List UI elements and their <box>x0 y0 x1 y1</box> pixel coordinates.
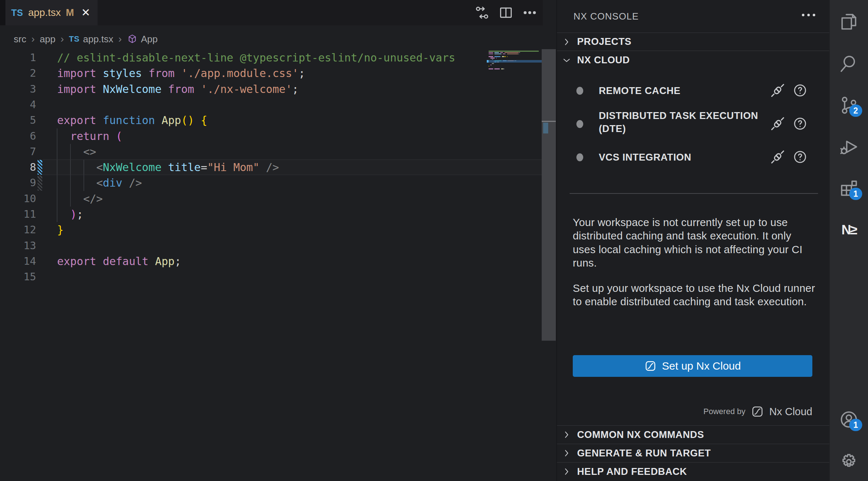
status-bullet <box>576 120 583 128</box>
activity-run-debug[interactable] <box>839 137 859 157</box>
code-line-4[interactable]: 4 <box>0 97 543 112</box>
breadcrumb-item-src[interactable]: src <box>14 34 26 45</box>
question-icon[interactable] <box>792 116 808 131</box>
code-line-14[interactable]: 14export default App; <box>0 254 543 269</box>
section-label: GENERATE & RUN TARGET <box>577 448 711 459</box>
section-help-and-feedback[interactable]: HELP AND FEEDBACK <box>557 462 830 481</box>
activity-search[interactable] <box>839 54 859 74</box>
tab-label: app.tsx <box>28 7 61 18</box>
nx-cloud-logo-icon <box>751 405 764 418</box>
code-line-1[interactable]: 1// eslint-disable-next-line @typescript… <box>0 50 543 65</box>
code-line-9[interactable]: 9 <div /> <box>0 175 543 191</box>
code-text: import styles from './app.module.css'; <box>57 65 305 81</box>
status-bullet <box>576 87 583 95</box>
section-label: NX CLOUD <box>577 55 630 66</box>
powered-by-row: Powered by Nx Cloud <box>704 405 812 418</box>
code-text: return ( <box>57 128 123 144</box>
section-label: COMMON NX COMMANDS <box>577 429 704 440</box>
more-actions-icon[interactable] <box>522 5 538 21</box>
cloud-item-label: DISTRIBUTED TASK EXECUTION (DTE) <box>599 109 772 135</box>
code-text: // eslint-disable-next-line @typescript-… <box>57 50 455 65</box>
minimap-current-line-highlight <box>487 60 544 63</box>
line-number: 12 <box>0 222 36 238</box>
editor-scrollbar[interactable] <box>542 49 556 341</box>
code-line-2[interactable]: 2import styles from './app.module.css'; <box>0 65 543 81</box>
nx-console-panel: NX CONSOLE PROJECTS NX CLOUD REMOTE CACH… <box>557 0 829 481</box>
activity-extensions[interactable]: 1 <box>839 178 859 199</box>
code-text: <div /> <box>57 175 142 191</box>
code-line-10[interactable]: 10 </> <box>0 191 543 207</box>
code-line-13[interactable]: 13 <box>0 238 543 254</box>
line-number: 5 <box>0 112 36 128</box>
gear-icon <box>839 452 859 472</box>
close-icon[interactable]: ✕ <box>81 7 90 18</box>
chevron-right-icon <box>562 430 571 439</box>
chevron-right-icon <box>562 467 571 476</box>
line-number: 10 <box>0 191 36 207</box>
code-line-6[interactable]: 6 return ( <box>0 128 543 144</box>
question-icon[interactable] <box>792 83 808 98</box>
disconnect-icon[interactable] <box>769 82 786 99</box>
activity-settings[interactable] <box>839 452 859 472</box>
panel-header: NX CONSOLE <box>557 0 830 33</box>
code-text: export function App() { <box>57 112 207 128</box>
chevron-right-icon <box>562 448 571 458</box>
modified-badge: M <box>66 7 74 18</box>
setup-nx-cloud-button[interactable]: Set up Nx Cloud <box>573 355 812 377</box>
code-text: export default App; <box>57 254 181 269</box>
question-icon[interactable] <box>792 149 808 165</box>
line-number: 13 <box>0 238 36 254</box>
tab-app-tsx[interactable]: TS app.tsx M ✕ <box>5 0 98 25</box>
line-number: 15 <box>0 269 36 285</box>
code-line-7[interactable]: 7 <> <box>0 144 543 159</box>
disconnect-icon[interactable] <box>769 115 786 132</box>
files-icon <box>839 11 859 31</box>
line-number: 14 <box>0 254 36 269</box>
section-label: HELP AND FEEDBACK <box>577 466 687 477</box>
line-number: 6 <box>0 128 36 144</box>
activity-source-control[interactable]: 2 <box>839 95 859 115</box>
code-line-12[interactable]: 12} <box>0 222 543 238</box>
breadcrumb-item-app[interactable]: app <box>40 34 55 45</box>
ts-icon: TS <box>69 34 80 44</box>
split-editor-icon[interactable] <box>498 5 514 21</box>
activity-explorer[interactable] <box>839 11 859 31</box>
breadcrumb-item-app[interactable]: App <box>127 34 158 45</box>
gutter-modified-indicator <box>38 175 42 190</box>
breadcrumb-separator: › <box>60 33 64 45</box>
editor-area: TS app.tsx M ✕ src›app›TSapp.tsx›App 1//… <box>0 0 543 481</box>
activity-account[interactable]: 1 <box>839 409 859 430</box>
cloud-item-label: VCS INTEGRATION <box>599 151 772 164</box>
gutter-modified-indicator <box>38 160 42 175</box>
section-generate-run-target[interactable]: GENERATE & RUN TARGET <box>557 444 830 462</box>
line-number: 11 <box>0 207 36 222</box>
section-projects[interactable]: PROJECTS <box>557 33 830 51</box>
code-line-11[interactable]: 11 ); <box>0 207 543 222</box>
section-nx-cloud[interactable]: NX CLOUD <box>557 51 830 69</box>
activity-nx-console[interactable]: N≥ <box>839 220 859 240</box>
code-line-3[interactable]: 3import NxWelcome from './nx-welcome'; <box>0 81 543 97</box>
chevron-down-icon <box>562 56 571 65</box>
breadcrumb-item-app-tsx[interactable]: TSapp.tsx <box>69 34 113 45</box>
symbol-cube-icon <box>127 34 138 44</box>
code-line-8[interactable]: 8 <NxWelcome title="Hi Mom" /> <box>0 159 543 175</box>
editor-toolbar <box>474 5 538 21</box>
code-line-15[interactable]: 15 <box>0 269 543 285</box>
overview-ruler-modified-marker <box>543 123 548 133</box>
more-actions-icon[interactable] <box>802 14 815 16</box>
code-text: <NxWelcome title="Hi Mom" /> <box>57 159 279 175</box>
open-changes-icon[interactable] <box>474 5 490 21</box>
scrollbar-divider <box>542 121 556 122</box>
code-line-5[interactable]: 5export function App() { <box>0 112 543 128</box>
ts-icon: TS <box>11 8 23 18</box>
disconnect-icon[interactable] <box>769 149 786 165</box>
code-text: </> <box>57 191 103 207</box>
code-text: <> <box>57 144 96 159</box>
divider <box>570 193 818 194</box>
cloud-item-label: REMOTE CACHE <box>599 84 772 97</box>
section-common-nx-commands[interactable]: COMMON NX COMMANDS <box>557 425 830 444</box>
badge: 1 <box>849 419 862 431</box>
line-number: 4 <box>0 97 36 112</box>
search-icon <box>839 54 859 74</box>
activity-bar: 21N≥1 <box>829 0 868 481</box>
